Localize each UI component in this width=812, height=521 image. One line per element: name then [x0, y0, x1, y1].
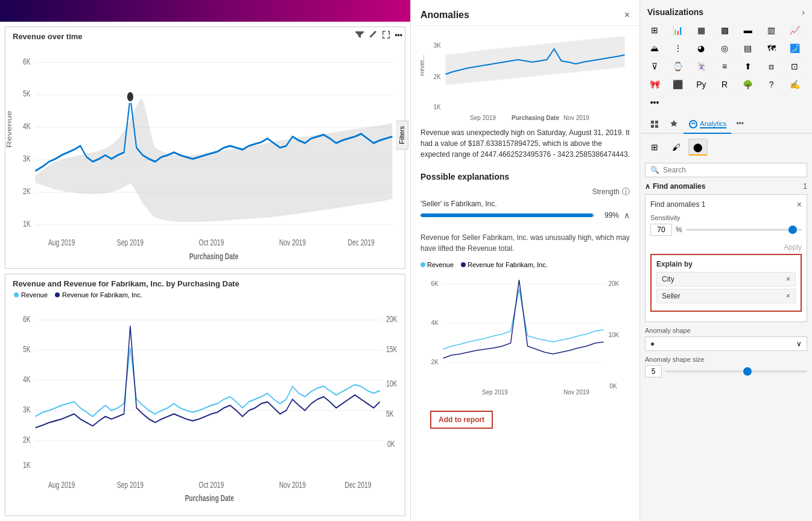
analytics-tab-label: Analytics	[700, 120, 726, 128]
viz-icon-100-bar[interactable]: ▩	[715, 22, 734, 39]
viz-icon-matrix[interactable]: ⊡	[785, 58, 804, 75]
tab-more[interactable]: •••	[731, 116, 749, 134]
svg-rect-63	[655, 125, 658, 128]
filters-tab[interactable]: Filters	[396, 121, 408, 150]
format-icon-2[interactable]: 🖌	[667, 139, 686, 156]
svg-text:20K: 20K	[386, 314, 398, 324]
svg-text:0K: 0K	[610, 383, 618, 390]
viz-icon-pie[interactable]: ◕	[691, 40, 711, 57]
anomaly-description: Revenue was unexpectedly high on Saturda…	[411, 122, 639, 165]
viz-icon-waterfall[interactable]: ⬛	[668, 76, 688, 93]
add-to-report-btn[interactable]: Add to report	[430, 411, 493, 429]
viz-icon-area[interactable]: ⛰	[645, 40, 664, 57]
svg-text:6K: 6K	[23, 55, 31, 66]
find-anomalies-title: ∧ Find anomalies	[645, 182, 705, 191]
tab-analytics[interactable]: Analytics	[684, 116, 731, 134]
svg-text:Aug 2019: Aug 2019	[48, 236, 75, 247]
viz-icon-map[interactable]: 🗺	[762, 40, 781, 57]
anomaly-shape-label: Anomaly shape	[645, 327, 807, 334]
anomaly-size-slider[interactable]	[665, 370, 807, 373]
search-box: 🔍	[645, 163, 807, 177]
seller-label: Seller	[662, 292, 680, 300]
svg-text:Aug 2019: Aug 2019	[48, 481, 75, 490]
strength-info-icon[interactable]: ⓘ	[622, 186, 630, 197]
anomaly-size-row: 5	[645, 365, 807, 377]
svg-text:Oct 2019: Oct 2019	[198, 481, 224, 490]
apply-btn[interactable]: Apply	[650, 241, 802, 254]
find-anomalies-close-btn[interactable]: ×	[797, 200, 802, 209]
viz-icon-stacked-hbar[interactable]: ▥	[762, 22, 781, 39]
anomaly-shape-chevron: ∨	[796, 339, 802, 348]
search-input[interactable]	[663, 166, 802, 174]
chart-container: ••• Revenue over time 6K 5K 4K 3K 2K 1K …	[0, 22, 410, 521]
svg-text:Sep 2019: Sep 2019	[117, 481, 144, 490]
explanation-toggle[interactable]: ∧	[624, 210, 630, 220]
viz-icon-multi-row-card[interactable]: ≡	[715, 58, 734, 75]
tab-format[interactable]	[664, 116, 684, 134]
city-remove-btn[interactable]: ×	[786, 275, 790, 283]
svg-text:6K: 6K	[431, 280, 439, 287]
viz-icon-script-visual[interactable]: Py	[691, 76, 711, 93]
right-panel-header: Visualizations ›	[640, 0, 812, 22]
chart-revenue-over-time: ••• Revenue over time 6K 5K 4K 3K 2K 1K …	[5, 27, 405, 269]
anomalies-close-btn[interactable]: ×	[624, 10, 630, 20]
strength-header: Strength ⓘ	[420, 186, 630, 197]
sensitivity-slider[interactable]	[686, 229, 802, 231]
viz-icon-gauge[interactable]: ⌚	[668, 58, 688, 75]
viz-icon-treemap[interactable]: ▤	[738, 40, 758, 57]
anomaly-size-section: Anomaly shape size 5	[645, 356, 807, 377]
viz-icons-grid: ⊞ 📊 ▦ ▩ ▬ ▥ 📈 ⛰ ⋮ ◕ ◎ ▤ 🗺 🗾 ⊽ ⌚ 🃏 ≡ ⬆ ⧈ …	[640, 22, 812, 116]
viz-icon-decomp[interactable]: 🌳	[738, 76, 758, 93]
svg-point-64	[690, 121, 697, 128]
svg-text:10K: 10K	[386, 379, 398, 388]
viz-icon-slicer[interactable]: ⧈	[762, 58, 781, 75]
viz-icon-r-visual[interactable]: R	[715, 76, 734, 93]
viz-icon-smart-narrative[interactable]: ✍	[785, 76, 804, 93]
svg-text:Nov 2019: Nov 2019	[563, 389, 589, 396]
more-icon[interactable]: •••	[395, 31, 402, 40]
svg-text:3K: 3K	[23, 405, 31, 414]
svg-text:20K: 20K	[609, 280, 620, 287]
anomalies-header: Anomalies ×	[411, 0, 639, 26]
svg-text:4K: 4K	[23, 121, 31, 131]
svg-text:Sep 2019: Sep 2019	[482, 389, 508, 396]
svg-text:Purchasing Date: Purchasing Date	[189, 251, 239, 262]
viz-icon-funnel[interactable]: ⊽	[645, 58, 664, 75]
viz-icon-stacked-bar[interactable]: ▦	[691, 22, 711, 39]
format-icon-1[interactable]: ⊞	[645, 139, 664, 156]
anomaly-mini-chart: 3K 2K 1K Rever... Sep 2019 Nov 2019 Purc…	[411, 26, 639, 122]
viz-icon-table[interactable]: ⊞	[645, 22, 664, 39]
find-anomalies-box-label: Find anomalies 1	[650, 200, 705, 209]
viz-icon-filled-map[interactable]: 🗾	[785, 40, 804, 57]
viz-icon-ribbon[interactable]: 🎀	[645, 76, 664, 93]
viz-icon-qna[interactable]: ?	[762, 76, 781, 93]
chevron-right-icon[interactable]: ›	[802, 7, 805, 17]
expand-icon[interactable]	[381, 30, 391, 41]
middle-wrapper: Filters Anomalies × 3K 2K 1K Rever... Se…	[410, 0, 639, 521]
anomaly-shape-select[interactable]: ● ∨	[645, 336, 807, 351]
viz-icon-line[interactable]: 📈	[785, 22, 804, 39]
seller-remove-btn[interactable]: ×	[786, 292, 790, 300]
filter-icon[interactable]	[355, 30, 364, 41]
viz-icon-more[interactable]: •••	[645, 94, 664, 111]
svg-text:4K: 4K	[431, 320, 439, 326]
viz-icon-card[interactable]: 🃏	[691, 58, 711, 75]
svg-text:4K: 4K	[23, 374, 31, 384]
viz-icon-hbar[interactable]: ▬	[738, 22, 758, 39]
chart-toolbar-top: •••	[355, 30, 402, 41]
svg-text:Revenue: Revenue	[6, 110, 13, 148]
legend-fabrikam-dot: Revenue for Fabrikam, Inc.	[461, 261, 548, 268]
chevron-down-icon: ∧	[645, 182, 650, 191]
chart-bottom-svg: 6K 5K 4K 3K 2K 1K 20K 15K 10K 5K 0K Aug	[5, 274, 405, 516]
possible-explanations-title: Possible explanations	[420, 172, 630, 182]
svg-text:5K: 5K	[23, 344, 31, 354]
edit-icon[interactable]	[368, 30, 378, 41]
tab-fields[interactable]	[645, 116, 664, 134]
left-panel: ••• Revenue over time 6K 5K 4K 3K 2K 1K …	[0, 0, 410, 521]
viz-icon-scatter[interactable]: ⋮	[668, 40, 688, 57]
viz-icon-donut[interactable]: ◎	[715, 40, 734, 57]
viz-icon-bar[interactable]: 📊	[668, 22, 688, 39]
find-anomalies-section: ∧ Find anomalies 1 Find anomalies 1 × Se…	[640, 182, 812, 382]
viz-icon-kpi[interactable]: ⬆	[738, 58, 758, 75]
format-icon-active[interactable]: ⬤	[688, 139, 708, 156]
